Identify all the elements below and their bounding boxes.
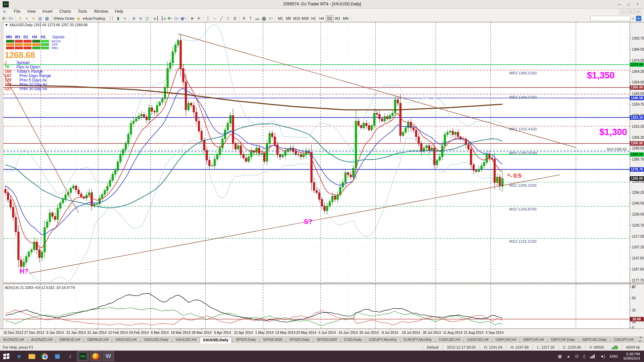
tab-GBPAUD-H4[interactable]: GBPAUD,H4 — [84, 337, 111, 343]
chart-window[interactable]: MR3 1365.5100MR2 1344.0700MR1 1315.4100M… — [0, 22, 644, 337]
market-watch-button[interactable]: ✛ — [17, 15, 23, 22]
metaeditor-button[interactable]: ◆ — [75, 15, 82, 22]
tab-USDCAD-H4[interactable]: USDCAD,H4 — [436, 337, 463, 343]
new-chart-dropdown-icon[interactable]: ▾ — [6, 17, 7, 20]
expand-panel-icon[interactable]: ▼ — [5, 23, 8, 27]
tab-USDJPY-Monthly[interactable]: USDJPY,Monthly — [366, 337, 400, 343]
periods-dropdown-icon[interactable]: ▾ — [178, 17, 179, 20]
tab-XAGUSD-Daily[interactable]: XAGUSD,Daily — [141, 337, 171, 343]
tab-DJ30-Daily[interactable]: DJ30,Daily — [341, 337, 365, 343]
menu-window[interactable]: Window — [91, 9, 112, 14]
tab-SP500-Daily[interactable]: SP500,Daily — [286, 337, 313, 343]
menu-insert[interactable]: Insert — [39, 9, 56, 14]
tf-W1-button[interactable]: W1 — [334, 15, 342, 22]
tab-scroll-arrows[interactable]: ◂ ▸ — [637, 335, 644, 343]
chart-line-button[interactable]: ∿ — [121, 15, 128, 22]
restore-button[interactable]: □ — [624, 1, 633, 7]
tab-USDCAD-H4[interactable]: USDCAD,H4 — [464, 337, 492, 343]
text-label-button[interactable]: T — [247, 15, 254, 22]
price-axis[interactable] — [630, 22, 644, 328]
menu-tools[interactable]: Tools — [74, 9, 91, 14]
arrows-dropdown-icon[interactable]: ▾ — [272, 17, 273, 20]
speaker-icon[interactable]: ◄) — [600, 354, 605, 359]
tf-M1-button[interactable]: M1 — [276, 15, 284, 22]
profiles-dropdown-icon[interactable]: ▾ — [12, 17, 14, 20]
network-signal-icon[interactable] — [590, 354, 595, 358]
tab-SP500-Daily[interactable]: SP500,Daily — [233, 337, 259, 343]
tf-D1-button[interactable]: D1 — [326, 15, 334, 22]
menu-help[interactable]: Help — [112, 9, 127, 14]
autotrading-button[interactable]: ● AutoTrading — [82, 15, 106, 22]
chart-canvas[interactable]: MR3 1365.5100MR2 1344.0700MR1 1315.4100M… — [0, 22, 644, 337]
tab-CADJPY-H4[interactable]: CADJPY,H4 — [611, 337, 637, 343]
tab-GBPCHF-H4[interactable]: GBPCHF,H4 — [492, 337, 519, 343]
taskbar-photos-app-icon[interactable]: ▣ — [52, 351, 63, 361]
tf-M30-button[interactable]: M30 — [301, 15, 309, 22]
tab-AUDNZD-H4[interactable]: AUDNZD,H4 — [0, 337, 27, 343]
zoom-out-button[interactable]: ⊖ — [137, 15, 144, 22]
cursor-button[interactable]: ➤ — [189, 15, 196, 22]
crosshair-button[interactable]: ✛ — [196, 15, 202, 22]
indicators-dropdown-icon[interactable]: ▾ — [171, 17, 172, 20]
tab-XAUUSD-Daily[interactable]: XAUUSD,Daily — [200, 337, 232, 343]
shapes-button[interactable]: ▬ — [254, 15, 261, 22]
indicators-button[interactable]: ✚▾ — [166, 15, 173, 22]
clock[interactable]: 5:38 PM6/09/2014 — [624, 352, 640, 361]
tf-M15-button[interactable]: M15 — [292, 15, 301, 22]
tab-GBPAUD-H4[interactable]: GBPAUD,H4 — [56, 337, 84, 343]
help-icon[interactable]: ▲ — [636, 16, 641, 21]
tab-GBPCHF-H4[interactable]: GBPCHF,H4 — [520, 337, 547, 343]
menu-charts[interactable]: Charts — [56, 9, 74, 14]
taskbar-chrome-icon[interactable] — [39, 351, 50, 361]
data-window-button[interactable]: ⌖ — [23, 15, 30, 22]
templates-button[interactable]: ▣▾ — [180, 15, 186, 22]
close-button[interactable]: × — [633, 1, 642, 7]
tf-M5-button[interactable]: M5 — [284, 15, 292, 22]
terminal-button[interactable]: ▤ — [37, 15, 44, 22]
chart-restore-button[interactable]: □ — [627, 9, 634, 14]
search-icon[interactable]: ⌕ — [632, 15, 635, 21]
fibonacci-button[interactable]: ≣ — [231, 15, 238, 22]
strategy-tester-button[interactable]: ▦ — [44, 15, 50, 22]
chart-shift-button[interactable]: ┃◂ — [160, 15, 166, 22]
navigator-button[interactable]: ★ — [30, 15, 37, 22]
taskbar-firefox-icon[interactable]: f — [90, 351, 101, 361]
tab-SPI200-M30[interactable]: SPI200,M30 — [314, 337, 340, 343]
templates-dropdown-icon[interactable]: ▾ — [184, 17, 186, 20]
channel-button[interactable]: ⫽ — [225, 15, 231, 22]
new-order-button[interactable]: ⊞ New Order — [53, 15, 75, 22]
tf-MN-button[interactable]: MN — [342, 15, 350, 22]
ellipse-button[interactable]: ⬤ — [261, 15, 267, 22]
taskbar-word-icon[interactable]: W — [103, 351, 114, 361]
tab-GBPCAD-Daily[interactable]: GBPCAD,Daily — [579, 337, 610, 343]
tab-EURJPY-Monthly[interactable]: EURJPY,Monthly — [401, 337, 435, 343]
periods-button[interactable]: ◷▾ — [173, 15, 180, 22]
language-indicator[interactable]: ENG — [610, 354, 618, 358]
vertical-line-button[interactable]: │ — [205, 15, 211, 22]
taskbar-internet-explorer-icon[interactable]: e — [13, 351, 25, 361]
tab-XAUUSD-H4[interactable]: XAUUSD,H4 — [172, 337, 200, 343]
taskbar-go-trader-icon[interactable]: GO — [77, 351, 89, 361]
chart-close-button[interactable]: × — [635, 9, 642, 14]
battery-icon[interactable]: ▯ — [583, 354, 586, 359]
tab-AUDNZD-H4[interactable]: AUDNZD,H4 — [28, 337, 55, 343]
new-chart-button[interactable]: ⊞▾ — [1, 15, 8, 22]
tab-XAGUSD-H4[interactable]: XAGUSD,H4 — [112, 337, 140, 343]
profiles-button[interactable]: ⊟▾ — [8, 15, 14, 22]
tf-H1-button[interactable]: H1 — [310, 15, 318, 22]
horizontal-line-button[interactable]: ─ — [211, 15, 218, 22]
arrows-button[interactable]: ➚▾ — [267, 15, 274, 22]
chart-bars-button[interactable]: ┆┆ — [108, 15, 115, 22]
search-input[interactable] — [590, 16, 631, 21]
tab-SP500-M30[interactable]: SP500,M30 — [260, 337, 285, 343]
chart-candles-button[interactable]: ▮ — [115, 15, 121, 22]
display-icon[interactable]: ⊡ — [575, 354, 579, 359]
keyboard-icon[interactable]: ▦ — [558, 354, 561, 359]
auto-scroll-button[interactable]: ▸┃ — [153, 15, 160, 22]
chart-minimize-button[interactable]: — — [620, 9, 627, 14]
tray-expand-icon[interactable]: ▲ — [567, 354, 571, 359]
trendline-button[interactable]: ╱ — [218, 15, 225, 22]
tile-windows-button[interactable]: ◫ — [144, 15, 151, 22]
tab-GBPCHF-Daily[interactable]: GBPCHF,Daily — [548, 337, 578, 343]
taskbar-file-explorer-icon[interactable] — [26, 351, 38, 361]
